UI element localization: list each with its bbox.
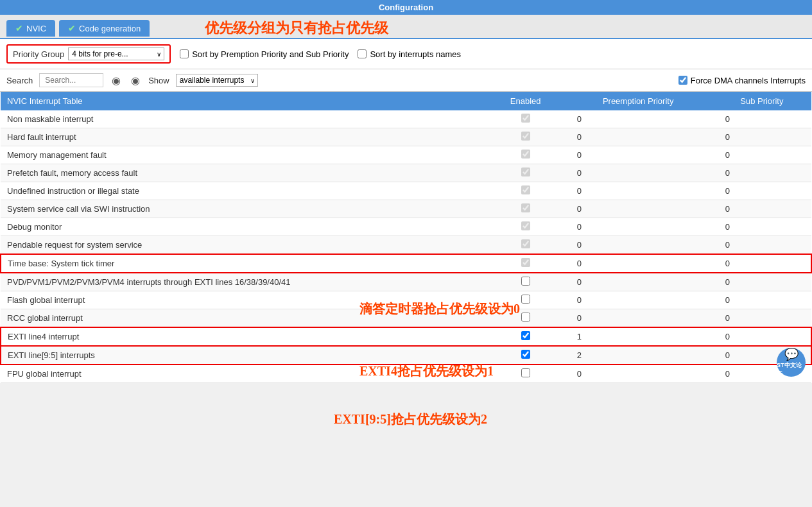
table-row: EXTI line[9:5] interrupts20: [1, 346, 811, 365]
sub-priority-cell: 0: [713, 236, 811, 255]
interrupt-enabled-cell[interactable]: [487, 200, 564, 218]
table-row: Pendable request for system service00: [1, 236, 811, 255]
annotation-exti95: EXTI[9:5]抢占优先级设为2: [334, 411, 487, 428]
interrupt-enabled-cell[interactable]: [487, 309, 564, 328]
forum-icon: 💬: [784, 347, 799, 361]
sub-priority-cell: 0: [713, 291, 811, 309]
interrupt-enabled-cell[interactable]: [487, 365, 564, 383]
interrupt-enabled-checkbox[interactable]: [521, 368, 530, 377]
force-dma-label[interactable]: Force DMA channels Interrupts: [678, 76, 806, 85]
forum-badge[interactable]: 💬 ST中文论坛: [777, 348, 806, 377]
interrupt-enabled-cell[interactable]: [487, 110, 564, 128]
interrupt-table-container: NVIC Interrupt Table Enabled Preemption …: [0, 92, 812, 383]
interrupt-enabled-cell[interactable]: [487, 254, 564, 273]
force-dma-text: Force DMA channels Interrupts: [691, 76, 806, 85]
sub-priority-cell: 0: [713, 164, 811, 182]
search-bar: Search ◉ ◉ Show available interruptsall …: [0, 69, 812, 92]
interrupt-enabled-checkbox[interactable]: [521, 221, 530, 230]
interrupt-name-cell: EXTI line4 interrupt: [1, 327, 487, 346]
interrupt-name-cell: FPU global interrupt: [1, 365, 487, 383]
interrupt-enabled-cell[interactable]: [487, 273, 564, 291]
search-input[interactable]: [39, 73, 103, 87]
preemption-priority-cell: 0: [564, 273, 713, 291]
table-row: Non maskable interrupt00: [1, 110, 811, 128]
interrupt-enabled-cell[interactable]: [487, 346, 564, 365]
sort-interrupts-checkbox[interactable]: [358, 49, 367, 58]
preemption-priority-cell: 0: [564, 254, 713, 273]
interrupt-enabled-checkbox[interactable]: [521, 258, 530, 267]
sub-priority-cell: 0: [713, 273, 811, 291]
table-row: Debug monitor00: [1, 218, 811, 236]
priority-group-select[interactable]: 4 bits for pre-e...2 bits for pre-e...3 …: [68, 47, 164, 60]
preemption-priority-cell: 0: [564, 236, 713, 255]
col-sub-priority: Sub Priority: [713, 92, 811, 110]
table-row: Memory management fault00: [1, 146, 811, 164]
interrupt-name-cell: Memory management fault: [1, 146, 487, 164]
interrupt-enabled-checkbox[interactable]: [521, 313, 530, 322]
interrupt-enabled-checkbox[interactable]: [521, 203, 530, 212]
interrupt-enabled-cell[interactable]: [487, 164, 564, 182]
interrupt-enabled-checkbox[interactable]: [521, 331, 530, 340]
nav-prev-button[interactable]: ◉: [110, 74, 123, 87]
col-interrupt-name: NVIC Interrupt Table: [1, 92, 487, 110]
interrupt-enabled-cell[interactable]: [487, 146, 564, 164]
sub-priority-cell: 0: [713, 110, 811, 128]
table-row: PVD/PVM1/PVM2/PVM3/PVM4 interrupts throu…: [1, 273, 811, 291]
config-header: Configuration: [0, 0, 812, 15]
force-dma-checkbox[interactable]: [678, 76, 687, 85]
interrupt-name-cell: RCC global interrupt: [1, 309, 487, 328]
interrupt-enabled-checkbox[interactable]: [521, 185, 530, 194]
table-row: Prefetch fault, memory access fault00: [1, 164, 811, 182]
interrupt-enabled-checkbox[interactable]: [521, 150, 530, 159]
forum-label: ST中文论坛: [777, 361, 806, 378]
interrupt-enabled-cell[interactable]: [487, 218, 564, 236]
nav-next-button[interactable]: ◉: [129, 74, 142, 87]
interrupt-enabled-checkbox[interactable]: [521, 277, 530, 286]
interrupt-name-cell: System service call via SWI instruction: [1, 200, 487, 218]
interrupt-enabled-checkbox[interactable]: [521, 350, 530, 359]
interrupt-name-cell: Hard fault interrupt: [1, 128, 487, 146]
interrupt-enabled-checkbox[interactable]: [521, 114, 530, 123]
show-select[interactable]: available interruptsall interruptsenable…: [176, 74, 258, 87]
preemption-priority-cell: 0: [564, 182, 713, 200]
sort-premption-checkbox[interactable]: [180, 49, 189, 58]
interrupt-name-cell: Prefetch fault, memory access fault: [1, 164, 487, 182]
preemption-priority-cell: 0: [564, 200, 713, 218]
interrupt-enabled-cell[interactable]: [487, 291, 564, 309]
interrupt-enabled-cell[interactable]: [487, 236, 564, 255]
preemption-priority-cell: 0: [564, 110, 713, 128]
preemption-priority-cell: 0: [564, 164, 713, 182]
sort-interrupts-label[interactable]: Sort by interrupts names: [358, 49, 461, 59]
sort-premption-label[interactable]: Sort by Premption Priority and Sub Prior…: [180, 49, 349, 59]
sub-priority-cell: 0: [713, 200, 811, 218]
preemption-priority-cell: 0: [564, 218, 713, 236]
table-row: EXTI line4 interrupt10: [1, 327, 811, 346]
preemption-priority-cell: 0: [564, 365, 713, 383]
interrupt-name-cell: PVD/PVM1/PVM2/PVM3/PVM4 interrupts throu…: [1, 273, 487, 291]
interrupt-name-cell: Undefined instruction or illegal state: [1, 182, 487, 200]
table-header-row: NVIC Interrupt Table Enabled Preemption …: [1, 92, 811, 110]
interrupt-enabled-checkbox[interactable]: [521, 239, 530, 248]
interrupt-enabled-checkbox[interactable]: [521, 168, 530, 176]
col-enabled: Enabled: [487, 92, 564, 110]
tab-nvic[interactable]: ✔ NVIC: [6, 20, 55, 37]
sub-priority-cell: 0: [713, 254, 811, 273]
preemption-priority-cell: 0: [564, 309, 713, 328]
priority-group-section: Priority Group 4 bits for pre-e...2 bits…: [6, 44, 171, 64]
sub-priority-cell: 0: [713, 218, 811, 236]
interrupt-enabled-cell[interactable]: [487, 327, 564, 346]
tabs-bar: ✔ NVIC ✔ Code generation 优先级分组为只有抢占优先级: [0, 15, 812, 39]
table-row: System service call via SWI instruction0…: [1, 200, 811, 218]
sub-priority-cell: 0: [713, 327, 811, 346]
preemption-priority-cell: 0: [564, 128, 713, 146]
interrupt-enabled-cell[interactable]: [487, 182, 564, 200]
tab-code-gen-label: Code generation: [79, 24, 141, 33]
tab-nvic-label: NVIC: [26, 24, 46, 33]
interrupt-enabled-cell[interactable]: [487, 128, 564, 146]
interrupt-enabled-checkbox[interactable]: [521, 295, 530, 304]
preemption-priority-cell: 2: [564, 346, 713, 365]
interrupt-enabled-checkbox[interactable]: [521, 132, 530, 141]
tab-code-generation[interactable]: ✔ Code generation: [59, 20, 150, 37]
code-gen-check-icon: ✔: [68, 23, 76, 33]
config-title: Configuration: [379, 3, 433, 12]
